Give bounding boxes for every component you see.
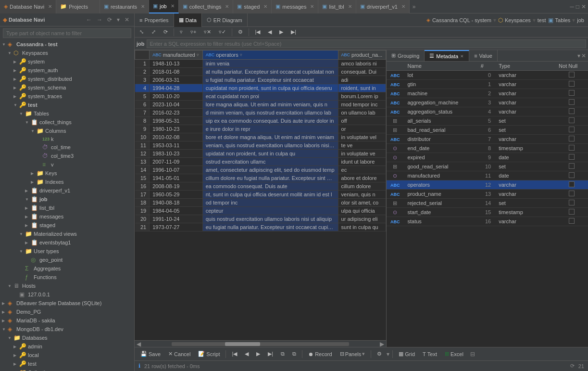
toolbar-nav-next[interactable]: ▶ [276,28,286,36]
not-null-checkbox[interactable] [569,181,575,187]
not-null-checkbox[interactable] [569,81,575,87]
tree-item[interactable]: ▶📋list_tbl [0,204,134,212]
tab-properties[interactable]: ≡ Properties [135,13,174,27]
meta-type-col-header[interactable]: Type [495,62,555,71]
col-product-header[interactable]: ABC product_na... [338,51,386,60]
tree-item[interactable]: ƒFunctions [0,273,134,281]
tree-item[interactable]: ▶🔑system_traces [0,92,134,101]
tree-item[interactable]: ≡v [0,160,134,169]
tab-list-tbl[interactable]: ▣ list_tbl ✕ [318,0,356,13]
paste-btn[interactable]: ⧉ [289,350,299,358]
window-close[interactable]: ✕ [581,3,586,10]
not-null-checkbox[interactable] [569,172,575,178]
tree-item[interactable]: ▶🔑system_distributed [0,75,134,83]
tree-item[interactable]: ▼📁Materialized views [0,230,134,238]
tree-item[interactable]: ▼📋job [0,195,134,204]
tree-item[interactable]: ▶📋staged [0,221,134,230]
scroll-right-btn[interactable]: ▶ [378,341,386,347]
record-button[interactable]: ⏺ Record [305,350,335,358]
metadata-row[interactable]: ABC gtin 1 varchar [387,80,588,89]
col-manufactured-header[interactable]: ABC manufactured ▿ [150,51,203,60]
meta-name-header[interactable]: Name [404,62,477,71]
table-row[interactable]: 15 1941-05-01 cillum dolore eu fugiat nu… [135,174,386,182]
window-maximize[interactable]: □ [576,3,579,10]
breadcrumb-datasource[interactable]: Cassandra CQL - system [432,17,491,23]
sidebar-forward-btn[interactable]: → [95,15,104,24]
table-row[interactable]: 12 1983-10-23 upidatat non proident, sun… [135,150,386,158]
not-null-checkbox[interactable] [569,127,575,132]
table-row[interactable]: 18 1940-08-18 od tempor inc olor sit ame… [135,199,386,207]
tab-staged[interactable]: ▣ staged ✕ [233,0,272,13]
tab-er-diagram[interactable]: ⬡ ER Diagram [202,13,248,27]
tree-item[interactable]: ▼◈Cassandra - test [0,40,134,49]
table-row[interactable]: 3 2006-03-31 u fugiat nulla pariatur. Ex… [135,76,386,84]
cancel-button[interactable]: ✕ Cancel [165,350,193,358]
metadata-row[interactable]: ⊙ manufactured 11 date [387,171,588,180]
not-null-checkbox[interactable] [569,99,575,105]
table-row[interactable]: 10 2010-02-08 bore et dolore magna aliqu… [135,133,386,141]
text-button[interactable]: T Text [420,350,440,358]
table-row[interactable]: 5 2003-10-20 ecat cupidatat non proi bor… [135,92,386,101]
table-row[interactable]: 21 1973-07-27 eu fugiat nulla pariatur. … [135,223,386,231]
tree-item[interactable]: ▶📋driverperf_v1 [0,186,134,195]
toolbar-expand-btn[interactable]: ⤡ [137,28,147,36]
nav-next-btn[interactable]: ▶ [253,350,263,358]
table-row[interactable]: 9 1980-10-23 e irure dolor in repr or [135,125,386,133]
tree-item[interactable]: ▶◈DBeaver Sample Database (SQLite) [0,299,134,307]
tree-item[interactable]: ▼📁Columns [0,127,134,135]
meta-notnull-header[interactable]: Not Null [555,62,588,71]
tree-item[interactable]: ▶📁Indexes [0,178,134,186]
tab-messages-close[interactable]: ✕ [310,4,314,9]
table-row[interactable]: 19 1984-04-05 cepteur ulpa qui officia [135,207,386,215]
nav-last-btn[interactable]: ▶| [265,350,276,358]
not-null-checkbox[interactable] [569,218,575,224]
not-null-checkbox[interactable] [569,145,575,151]
right-tab-value[interactable]: ≡ Value [469,50,498,61]
table-row[interactable]: 13 2007-11-09 ostrud exercitation ullamc… [135,158,386,166]
sidebar-more-btn[interactable]: ▾ [115,15,122,24]
toolbar-settings-btn[interactable]: ⚙ [235,28,246,36]
toolbar-filter-clear-btn[interactable]: ▿✕ [201,28,214,36]
panel-close-btn[interactable]: ✕ [581,52,586,59]
toolbar-filter-btn[interactable]: ▿ [177,28,186,36]
not-null-checkbox[interactable] [569,117,575,123]
table-row[interactable]: 16 2008-08-19 ea commodo consequat. Duis… [135,182,386,191]
not-null-checkbox[interactable] [569,209,575,215]
tree-item[interactable]: ▶◈Demo_PG [0,307,134,316]
refresh-icon[interactable]: ⟳ [570,363,575,369]
table-row[interactable]: 4 1994-04-28 cupidatat non proident, sun… [135,84,386,92]
metadata-row[interactable]: ABC lot 0 varchar [387,71,588,80]
tree-item[interactable]: ▼◈MongoDB - db1.dev [0,325,134,333]
toolbar-nav-first[interactable]: |◀ [252,28,263,36]
metadata-row[interactable]: ⊙ start_date 15 timestamp [387,208,588,217]
metadata-row[interactable]: ABC product_name 13 varchar [387,190,588,199]
grid-button[interactable]: ▦ Grid [396,350,418,358]
tree-item[interactable]: ▼📁Databases [0,333,134,342]
metadata-row[interactable]: ⊞ rejected_serial 14 set [387,199,588,208]
tab-projects-close[interactable]: ✕ [92,4,96,9]
table-row[interactable]: 2 2018-01-08 at nulla pariatur. Excepteu… [135,68,386,76]
table-row[interactable]: 11 1953-03-11 veniam, quis nostrud exerc… [135,141,386,150]
copy-btn[interactable]: ⧉ [278,350,288,358]
data-table-wrapper[interactable]: ABC manufactured ▿ ABC operators [135,50,386,340]
not-null-checkbox[interactable] [569,90,575,96]
metadata-row[interactable]: ABC aggregation_machine 3 varchar [387,98,588,107]
metadata-row[interactable]: ⊙ end_date 8 timestamp [387,144,588,153]
tab-restaurants[interactable]: ▣ restaurants ✕ [100,0,149,13]
tab-collect-things[interactable]: ▣ collect_things ✕ [179,0,234,13]
tree-item[interactable]: ▼📁User types [0,247,134,256]
sidebar-search-input[interactable] [3,28,131,38]
tab-staged-close[interactable]: ✕ [263,4,267,9]
tree-item[interactable]: ▼📁Tables [0,109,134,118]
not-null-checkbox[interactable] [569,108,575,114]
nav-prev-btn[interactable]: ◀ [242,350,251,358]
tab-messages[interactable]: ▣ messages ✕ [272,0,318,13]
tree-item[interactable]: ▶◈MariaDB - sakila [0,316,134,325]
tab-driverperf-close[interactable]: ✕ [401,4,405,9]
not-null-checkbox[interactable] [569,200,575,205]
tree-item[interactable]: ▶🔑system [0,57,134,66]
tab-database-navi[interactable]: ◈ Database Navi ✕ [0,0,56,13]
tree-item[interactable]: ▶📋messages [0,212,134,221]
table-row[interactable]: 8 1998-05-31 uip ex ea commodo consequat… [135,117,386,125]
not-null-checkbox[interactable] [569,72,575,77]
